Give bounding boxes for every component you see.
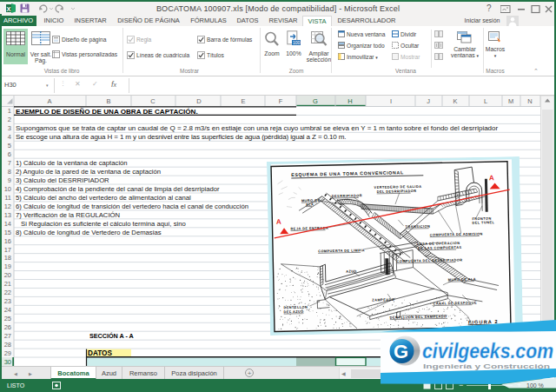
svg-text:16: 16 xyxy=(4,237,11,245)
svg-text:23: 23 xyxy=(4,297,11,305)
svg-text:DEL AZUD: DEL AZUD xyxy=(284,309,304,314)
svg-text:1: 1 xyxy=(8,107,11,115)
svg-text:EJEMPLO DE DISEÑO DE UNA OBRA: EJEMPLO DE DISEÑO DE UNA OBRA DE CAPTACI… xyxy=(16,108,198,116)
svg-text:22: 22 xyxy=(4,289,11,296)
svg-text:SECCIÓN A - A: SECCIÓN A - A xyxy=(89,332,134,340)
svg-text:27: 27 xyxy=(4,332,11,340)
svg-text:A: A xyxy=(489,174,494,182)
svg-text:24: 24 xyxy=(4,306,11,314)
svg-text:25: 25 xyxy=(4,315,11,322)
svg-text:Ingeniería y Construcción: Ingeniería y Construcción xyxy=(423,362,550,370)
svg-text:2) Angulo de la pared de la ve: 2) Angulo de la pared de la ventana de c… xyxy=(16,168,161,176)
svg-text:5: 5 xyxy=(8,142,11,149)
svg-text:K: K xyxy=(453,97,457,105)
svg-text:Supongamos que se trata de cap: Supongamos que se trata de captar un cau… xyxy=(16,124,499,132)
svg-text:H: H xyxy=(348,97,352,105)
svg-text:ZAMPEADO: ZAMPEADO xyxy=(372,297,394,302)
svg-text:Se escoge una altura de agua H: Se escoge una altura de agua H = 1 m y u… xyxy=(16,133,346,141)
svg-text:7) Verificación de la REGULACI: 7) Verificación de la REGULACIÓN xyxy=(16,211,120,219)
svg-text:B: B xyxy=(106,97,110,105)
svg-text:F: F xyxy=(279,97,283,105)
svg-text:10: 10 xyxy=(4,185,11,193)
svg-text:DEL TUNEL: DEL TUNEL xyxy=(472,220,494,225)
svg-text:MURO DE ALA: MURO DE ALA xyxy=(448,277,476,282)
svg-text:L: L xyxy=(484,97,487,105)
svg-text:M: M xyxy=(508,97,513,105)
svg-text:29: 29 xyxy=(4,349,11,357)
svg-text:D: D xyxy=(196,97,202,105)
svg-text:7: 7 xyxy=(8,159,11,167)
svg-text:8: 8 xyxy=(8,168,11,176)
svg-text:AZUD: AZUD xyxy=(346,269,357,273)
svg-text:civilgeeks.com: civilgeeks.com xyxy=(422,340,553,362)
svg-text:A: A xyxy=(47,97,51,105)
svg-text:18: 18 xyxy=(4,254,11,262)
svg-text:21: 21 xyxy=(4,280,11,288)
svg-text:A: A xyxy=(276,218,281,226)
svg-text:15: 15 xyxy=(4,229,11,236)
svg-text:8) Cálculo de longitud de Vert: 8) Cálculo de longitud de Vertedero de D… xyxy=(16,229,162,236)
svg-text:3) Cálculo del DESRRIPIADOR: 3) Cálculo del DESRRIPIADOR xyxy=(16,176,109,184)
svg-text:6: 6 xyxy=(8,150,11,158)
svg-text:1) Cálculo de la ventana de ca: 1) Cálculo de la ventana de captación xyxy=(16,159,128,167)
svg-text:N: N xyxy=(527,97,532,105)
svg-text:J: J xyxy=(427,97,430,105)
svg-text:6) Cálculo de longitud de tran: 6) Cálculo de longitud de transición del… xyxy=(16,203,248,210)
svg-text:20: 20 xyxy=(4,271,11,279)
svg-text:4: 4 xyxy=(8,133,11,141)
svg-text:4) Comprobación de la pendient: 4) Comprobación de la pendiente del cana… xyxy=(16,185,220,193)
svg-text:28: 28 xyxy=(4,341,11,349)
svg-text:17: 17 xyxy=(4,246,11,254)
svg-text:11: 11 xyxy=(4,194,11,202)
svg-text:12: 12 xyxy=(4,203,11,210)
svg-text:I: I xyxy=(390,97,392,105)
svg-text:Si Regulación es suficiente el: Si Regulación es suficiente el cálculo t… xyxy=(21,220,186,228)
svg-text:2: 2 xyxy=(8,116,11,123)
svg-text:TRANSICION: TRANSICION xyxy=(405,224,430,229)
svg-text:30: 30 xyxy=(4,358,11,366)
svg-text:G: G xyxy=(313,97,318,105)
svg-text:19: 19 xyxy=(4,262,11,270)
svg-text:13: 13 xyxy=(4,211,11,219)
svg-text:C: C xyxy=(150,97,156,105)
svg-text:G: G xyxy=(394,341,408,362)
svg-text:9: 9 xyxy=(8,176,11,184)
svg-text:14: 14 xyxy=(4,220,11,228)
svg-text:3: 3 xyxy=(8,124,11,132)
svg-text:100: 100 xyxy=(293,40,301,45)
svg-text:5) Cálculo del ancho del verte: 5) Cálculo del ancho del vertedero de al… xyxy=(16,194,191,202)
svg-text:26: 26 xyxy=(4,323,11,331)
svg-text:E: E xyxy=(241,97,245,105)
